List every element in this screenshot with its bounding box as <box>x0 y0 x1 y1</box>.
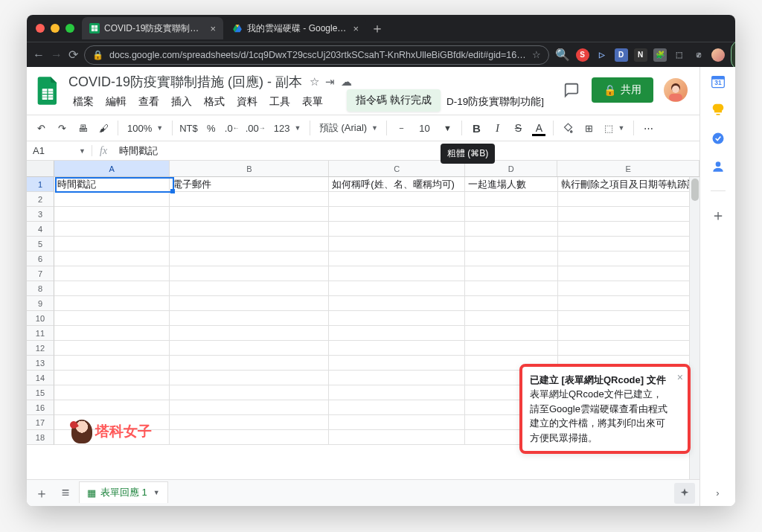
account-avatar[interactable] <box>664 78 688 102</box>
extension-icon[interactable]: D <box>615 48 628 62</box>
cell[interactable] <box>465 296 558 311</box>
extension-icon[interactable]: ▷ <box>595 48 609 62</box>
fill-color-button[interactable] <box>558 118 577 138</box>
formula-bar[interactable]: 時間戳記 <box>115 144 699 158</box>
menu-edit[interactable]: 編輯 <box>101 94 131 110</box>
cell[interactable] <box>329 251 465 266</box>
cell[interactable] <box>465 326 558 341</box>
cell[interactable] <box>558 341 700 356</box>
zoom-select[interactable]: 100%▼ <box>123 118 167 138</box>
undo-button[interactable]: ↶ <box>31 118 51 138</box>
cell[interactable] <box>329 341 465 356</box>
notification-close-icon[interactable]: × <box>677 370 683 385</box>
cell[interactable] <box>170 311 329 326</box>
cast-icon[interactable]: ⎚ <box>692 48 705 62</box>
cell[interactable] <box>170 400 329 415</box>
cell[interactable] <box>465 311 558 326</box>
row-header[interactable]: 4 <box>27 222 54 237</box>
maximize-window-icon[interactable] <box>65 24 74 33</box>
comments-button[interactable] <box>562 80 581 100</box>
text-color-button[interactable]: A <box>529 118 548 138</box>
more-formats-button[interactable]: 123▼ <box>269 118 306 138</box>
cell[interactable] <box>170 415 329 430</box>
browser-tab-active[interactable]: COVID-19防疫實聯制措施 (回應 × <box>82 17 223 39</box>
cell[interactable] <box>558 207 700 222</box>
column-header[interactable]: B <box>170 161 329 176</box>
cell[interactable] <box>170 296 329 311</box>
font-size-increase[interactable]: ▼ <box>438 118 457 138</box>
menu-data[interactable]: 資料 <box>232 94 262 110</box>
column-header[interactable]: E <box>557 161 699 176</box>
cell[interactable]: 一起進場人數 <box>465 177 558 192</box>
cell[interactable] <box>54 326 170 341</box>
vertical-scrollbar[interactable] <box>689 177 699 479</box>
cell[interactable] <box>558 296 700 311</box>
row-header[interactable]: 12 <box>27 341 54 356</box>
add-addon-button[interactable]: ＋ <box>711 208 726 222</box>
cell[interactable] <box>54 222 170 237</box>
extension-icon[interactable]: N <box>634 48 647 62</box>
cell[interactable] <box>54 341 170 356</box>
menu-file[interactable]: 檔案 <box>68 94 98 110</box>
tasks-addon-icon[interactable] <box>711 131 726 146</box>
cell[interactable] <box>170 207 329 222</box>
tab-close-icon[interactable]: × <box>210 23 216 34</box>
row-header[interactable]: 7 <box>27 266 54 281</box>
cell[interactable] <box>558 266 700 281</box>
cell[interactable] <box>465 281 558 296</box>
sheet-tab-active[interactable]: ▦ 表單回應 1 ▼ <box>79 481 168 503</box>
extension-icon[interactable]: S <box>576 48 589 62</box>
menu-form[interactable]: 表單 <box>298 94 327 110</box>
row-header[interactable]: 2 <box>27 192 54 207</box>
cell[interactable] <box>558 222 700 237</box>
decrease-decimal-button[interactable]: .0← <box>222 118 242 138</box>
star-icon[interactable]: ☆ <box>532 49 541 60</box>
cell[interactable]: 執行刪除之項目及日期等軌跡記錄 <box>558 177 700 192</box>
cell[interactable]: 電子郵件 <box>170 177 329 192</box>
all-sheets-button[interactable]: ≡ <box>55 483 76 504</box>
tab-close-icon[interactable]: × <box>353 23 359 34</box>
row-header[interactable]: 8 <box>27 281 54 296</box>
cell[interactable] <box>170 385 329 400</box>
row-header[interactable]: 11 <box>27 326 54 341</box>
row-header[interactable]: 9 <box>27 296 54 311</box>
cell[interactable] <box>170 251 329 266</box>
menu-view[interactable]: 查看 <box>134 94 164 110</box>
cell[interactable] <box>558 192 700 207</box>
cell[interactable] <box>170 341 329 356</box>
bold-button[interactable]: B <box>467 118 486 138</box>
cell[interactable] <box>329 326 465 341</box>
menu-insert[interactable]: 插入 <box>167 94 196 110</box>
cell[interactable]: 時間戳記 <box>54 177 170 192</box>
extension-icon[interactable]: 🧩 <box>653 48 667 62</box>
currency-button[interactable]: NT$ <box>177 118 200 138</box>
font-select[interactable]: 預設 (Arial)▼ <box>315 118 382 138</box>
cell[interactable] <box>329 400 465 415</box>
forward-button[interactable]: → <box>51 46 63 64</box>
profile-avatar-icon[interactable] <box>711 48 725 62</box>
italic-button[interactable]: I <box>487 118 507 138</box>
browser-tab[interactable]: 我的雲端硬碟 - Google 雲端硬 × <box>225 17 366 39</box>
borders-button[interactable]: ⊞ <box>579 118 598 138</box>
cloud-status-icon[interactable]: ☁ <box>341 75 352 89</box>
cell[interactable] <box>54 400 170 415</box>
toolbar-more-button[interactable]: ⋯ <box>638 118 658 138</box>
cell[interactable] <box>465 266 558 281</box>
cell[interactable] <box>465 251 558 266</box>
row-header[interactable]: 3 <box>27 207 54 222</box>
strikethrough-button[interactable]: S <box>508 118 528 138</box>
print-button[interactable]: 🖶 <box>73 118 92 138</box>
cell[interactable] <box>170 192 329 207</box>
cell[interactable] <box>170 356 329 371</box>
calendar-addon-icon[interactable]: 31 <box>711 74 726 89</box>
add-sheet-button[interactable]: ＋ <box>31 483 52 504</box>
row-header[interactable]: 18 <box>27 430 54 445</box>
cell[interactable] <box>329 356 465 371</box>
document-title[interactable]: COVID-19防疫實聯制措施 (回應) - 副本 <box>68 73 302 91</box>
reload-button[interactable]: ⟳ <box>68 46 78 64</box>
cell[interactable] <box>329 207 465 222</box>
cell[interactable] <box>54 266 170 281</box>
cell[interactable] <box>329 371 465 385</box>
cell[interactable] <box>54 311 170 326</box>
increase-decimal-button[interactable]: .00→ <box>243 118 268 138</box>
